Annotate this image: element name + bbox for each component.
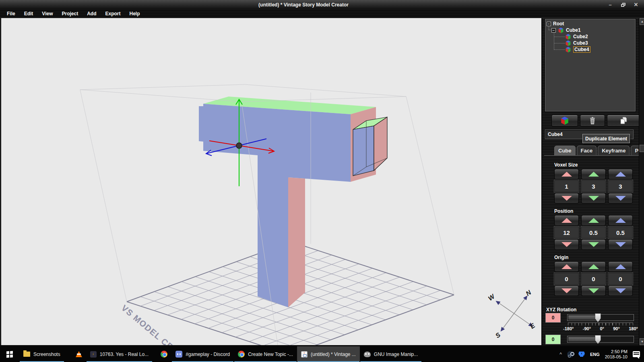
windows-logo-icon	[6, 351, 13, 358]
position-y-value[interactable]: 0.5	[581, 226, 606, 239]
voxel-size-y-decrease-button[interactable]	[581, 193, 606, 204]
menu-edit[interactable]: Edit	[20, 10, 38, 17]
voxel-size-section: Voxel Size133	[542, 162, 644, 204]
tree-node-label[interactable]: Cube1	[566, 27, 581, 33]
menu-help[interactable]: Help	[125, 10, 144, 17]
position-x-increase-button[interactable]	[554, 215, 579, 226]
origin-z-decrease-button[interactable]	[608, 286, 633, 296]
taskbar-item-screenshots[interactable]: Screenshots	[19, 346, 64, 362]
steam-icon[interactable]	[567, 351, 574, 358]
close-icon[interactable]: ✕	[633, 2, 639, 8]
tree-node-label[interactable]: Cube4	[573, 46, 590, 53]
menu-file[interactable]: File	[2, 10, 20, 17]
rotation-x-value[interactable]: 0	[545, 313, 561, 323]
tree-node-cube2[interactable]: Cube2	[565, 33, 588, 40]
viewport-3d[interactable]: VS MODEL CREATOR	[1, 18, 541, 345]
origin-y-value[interactable]: 0	[581, 273, 606, 285]
voxel-size-y-value[interactable]: 3	[581, 180, 606, 192]
rotation-x-slider[interactable]	[567, 314, 634, 321]
action-center-icon[interactable]	[633, 351, 640, 357]
cube4-front-face[interactable]	[353, 126, 374, 176]
tree-node-label[interactable]: Cube2	[573, 34, 588, 39]
taskbar-item-chrome-pinned[interactable]	[157, 346, 171, 362]
scale-label: -90°	[583, 326, 591, 331]
position-y-decrease-button[interactable]	[581, 239, 606, 250]
scrollbar-thumb[interactable]	[640, 145, 644, 152]
position-z-increase-button[interactable]	[608, 215, 633, 226]
tree-node-label[interactable]: Root	[553, 21, 564, 27]
position-z-value[interactable]: 0.5	[608, 226, 633, 239]
cube-icon	[558, 27, 564, 33]
dropbox-icon[interactable]	[579, 351, 585, 357]
taskbar-item-winamp[interactable]: 10763. Yes - Real Lo...	[86, 346, 153, 362]
taskbar-item-discord[interactable]: #gameplay - Discord	[171, 346, 234, 362]
menu-view[interactable]: View	[37, 10, 57, 17]
minimize-icon[interactable]: –	[607, 2, 613, 8]
up-arrow-icon	[588, 172, 599, 177]
panel-scrollbar[interactable]: ▲ ▼	[639, 18, 644, 345]
voxel-size-x-increase-button[interactable]	[554, 169, 579, 179]
origin-x-value[interactable]: 0	[554, 273, 579, 285]
menu-add[interactable]: Add	[83, 10, 101, 17]
element-tree[interactable]: − Root − Cube1 Cube2 Cube3 Cube4	[545, 19, 636, 111]
position-z-decrease-button[interactable]	[608, 239, 633, 250]
add-cube-button[interactable]	[551, 115, 578, 127]
tab-cube[interactable]: Cube	[554, 146, 576, 155]
voxel-size-z-value[interactable]: 3	[608, 180, 633, 192]
position-y-increase-button[interactable]	[581, 215, 606, 226]
rotation-y-value[interactable]: 0	[545, 335, 561, 344]
collapse-icon[interactable]: −	[551, 28, 556, 33]
origin-z-increase-button[interactable]	[608, 261, 633, 272]
tree-node-label[interactable]: Cube3	[573, 40, 588, 46]
menu-bar: File Edit View Project Add Export Help	[0, 9, 644, 18]
tree-node-cube3[interactable]: Cube3	[565, 40, 588, 46]
taskbar-item-vlc[interactable]	[72, 346, 86, 362]
voxel-size-z-decrease-button[interactable]	[608, 193, 633, 204]
tree-node-root[interactable]: − Root	[547, 21, 564, 27]
taskbar-item-model-creator-active[interactable]: (untitled) * Vintage ...	[297, 346, 360, 362]
duplicate-element-button[interactable]	[607, 115, 640, 127]
language-indicator[interactable]: ENG	[590, 352, 600, 357]
clock-date: 2018-05-10	[605, 354, 627, 359]
start-button[interactable]	[0, 346, 19, 362]
gimp-icon	[364, 352, 371, 357]
tray-chevron-icon[interactable]: ^	[559, 352, 562, 357]
scroll-up-icon[interactable]: ▲	[640, 18, 644, 25]
slider-thumb[interactable]	[595, 313, 601, 322]
position-x-value[interactable]: 12	[554, 226, 579, 239]
scene-svg: VS MODEL CREATOR	[1, 18, 541, 345]
menu-project[interactable]: Project	[57, 10, 83, 17]
position-x-decrease-button[interactable]	[554, 239, 579, 250]
scroll-down-icon[interactable]: ▼	[640, 338, 644, 345]
cube-icon	[560, 116, 569, 125]
origin-x-decrease-button[interactable]	[554, 286, 579, 296]
stem-right-face[interactable]	[288, 177, 305, 307]
voxel-size-x-value[interactable]: 1	[554, 180, 579, 192]
slider-thumb[interactable]	[595, 335, 601, 344]
collapse-icon[interactable]: −	[547, 22, 551, 26]
origin-x-increase-button[interactable]	[554, 261, 579, 272]
voxel-size-z-increase-button[interactable]	[608, 169, 633, 179]
origin-y-decrease-button[interactable]	[581, 286, 606, 296]
tab-keyframe[interactable]: Keyframe	[598, 146, 630, 155]
chrome-icon	[161, 351, 167, 358]
voxel-size-y-increase-button[interactable]	[581, 169, 606, 179]
gizmo-center-handle[interactable]	[236, 143, 242, 148]
tree-node-cube1[interactable]: − Cube1	[551, 27, 581, 33]
delete-element-button[interactable]	[580, 115, 605, 127]
origin-z-value[interactable]: 0	[608, 273, 633, 285]
menu-export[interactable]: Export	[101, 10, 125, 17]
tab-face[interactable]: Face	[577, 146, 597, 155]
taskbar-item-label: Create New Topic -...	[248, 352, 293, 357]
origin-y-increase-button[interactable]	[581, 261, 606, 272]
restore-icon[interactable]	[620, 2, 626, 8]
scale-label: 90°	[613, 326, 620, 331]
taskbar-item-gimp[interactable]: GNU Image Manip...	[360, 346, 422, 362]
up-arrow-icon	[615, 264, 626, 269]
rotation-y-slider[interactable]	[567, 336, 634, 343]
t-front-face-notch[interactable]	[199, 106, 203, 142]
clock[interactable]: 2:50 PM 2018-05-10	[605, 349, 627, 360]
voxel-size-x-decrease-button[interactable]	[554, 193, 579, 204]
taskbar-item-chrome-topic[interactable]: Create New Topic -...	[234, 346, 297, 362]
tree-node-cube4-selected[interactable]: Cube4	[565, 46, 590, 53]
